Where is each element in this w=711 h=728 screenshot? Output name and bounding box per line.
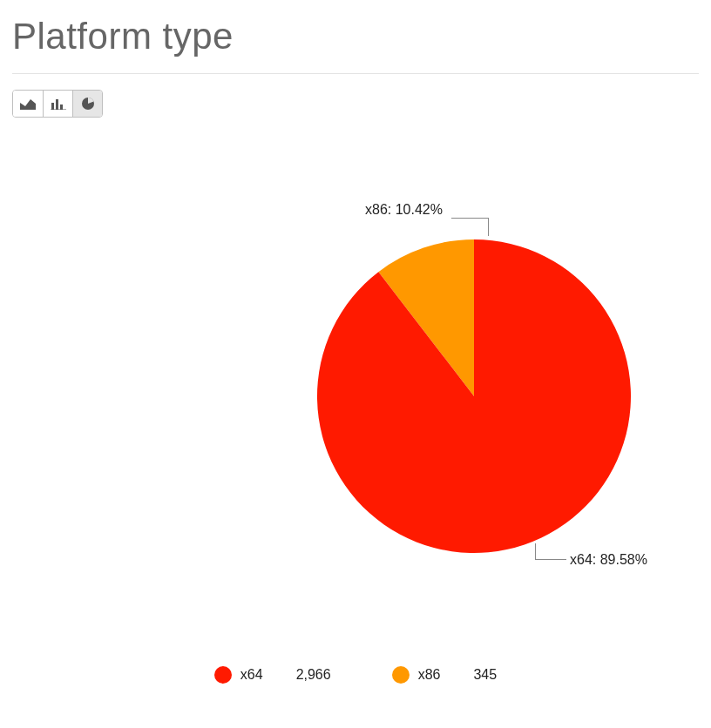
callout-x86: x86: 10.42% [365,202,443,218]
legend-value-x86: 345 [473,667,497,683]
pie-slice-x64[interactable] [317,239,631,553]
chart-type-toolbar [12,90,103,118]
leader-x86-h [451,218,488,219]
leader-x64-v [535,543,536,559]
svg-rect-2 [56,99,58,110]
bar-chart-icon [51,98,66,110]
pie-chart-button[interactable] [72,91,102,117]
legend-value-x64: 2,966 [296,667,331,683]
callout-x64: x64: 89.58% [570,552,647,568]
legend-swatch-x86 [392,666,410,684]
svg-rect-3 [60,104,63,110]
legend-item-x86[interactable]: x86 345 [392,666,498,684]
chart-legend: x64 2,966 x86 345 [12,666,699,684]
pie-chart-icon [81,97,95,111]
area-chart-button[interactable] [13,91,43,117]
divider [12,73,699,74]
legend-label-x64: x64 [240,667,263,683]
page-title: Platform type [12,16,699,57]
chart-area: x86: 10.42% x64: 89.58% [12,126,699,666]
legend-label-x86: x86 [418,667,441,683]
bar-chart-button[interactable] [43,91,72,117]
svg-marker-0 [20,99,36,110]
svg-rect-1 [51,103,54,110]
leader-x64-h [535,559,566,560]
area-chart-icon [20,98,36,110]
leader-x86-v [488,218,489,236]
legend-swatch-x64 [214,666,232,684]
pie-chart [12,126,699,666]
legend-item-x64[interactable]: x64 2,966 [214,666,331,684]
